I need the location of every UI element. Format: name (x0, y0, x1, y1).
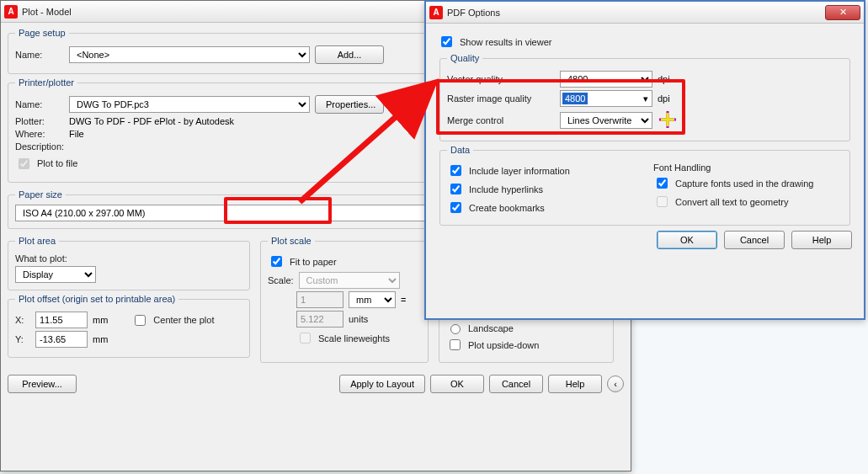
description-label: Description: (15, 141, 81, 152)
plot-cancel-button[interactable]: Cancel (489, 375, 543, 393)
offset-y-unit: mm (93, 334, 108, 344)
page-setup-legend: Page setup (15, 28, 69, 38)
expand-arrow-button[interactable]: ‹ (607, 375, 624, 392)
preview-button[interactable]: Preview... (8, 375, 77, 393)
papersize-legend: Paper size (15, 189, 66, 200)
plot-area-legend: Plot area (15, 236, 59, 246)
plot-to-file-checkbox (19, 158, 29, 169)
plot-scale-group: Plot scale Fit to paper Scale: Custom mm… (260, 236, 429, 363)
offset-x-label: X: (15, 315, 30, 325)
plot-to-file-label: Plot to file (37, 158, 77, 168)
units-label: units (349, 314, 368, 324)
pdf-help-button[interactable]: Help (791, 231, 852, 249)
quality-group: Quality Vector quality 4800 dpi Raster i… (439, 53, 850, 141)
printer-properties-button[interactable]: Properties... (315, 95, 384, 114)
equals-sign: = (401, 295, 406, 305)
app-icon: A (429, 6, 443, 19)
data-legend: Data (447, 145, 473, 155)
plot-help-button[interactable]: Help (548, 375, 602, 393)
chevron-down-icon: ▾ (640, 93, 652, 104)
data-group: Data Include layer information Include h… (439, 145, 850, 226)
create-bookmarks-label: Create bookmarks (469, 203, 545, 213)
offset-x-input[interactable] (35, 312, 88, 328)
landscape-radio[interactable] (450, 324, 461, 334)
raster-quality-value: 4800 (562, 93, 588, 104)
offset-x-unit: mm (93, 315, 108, 325)
show-results-checkbox[interactable] (441, 36, 452, 47)
offset-y-input[interactable] (35, 331, 88, 348)
merge-control-label: Merge control (447, 115, 555, 125)
scale-dropdown: Custom (299, 272, 400, 289)
pdf-options-dialog: A PDF Options ✕ Show results in viewer Q… (424, 0, 865, 320)
include-hyperlinks-label: Include hyperlinks (469, 184, 543, 194)
plot-scale-legend: Plot scale (268, 236, 315, 246)
scale-label: Scale: (268, 275, 294, 285)
plotter-value: DWG To PDF - PDF ePlot - by Autodesk (69, 116, 234, 126)
include-layer-label: Include layer information (469, 166, 570, 176)
what-to-plot-label: What to plot: (15, 253, 67, 264)
include-layer-checkbox[interactable] (450, 165, 461, 176)
convert-text-checkbox (657, 196, 668, 207)
where-label: Where: (15, 129, 64, 139)
capture-fonts-checkbox[interactable] (657, 178, 668, 189)
convert-text-label: Convert all text to geometry (675, 197, 789, 207)
plot-ok-button[interactable]: OK (430, 375, 484, 393)
include-hyperlinks-checkbox[interactable] (450, 184, 461, 194)
landscape-label: Landscape (468, 323, 514, 333)
pdf-titlebar[interactable]: A PDF Options ✕ (426, 2, 864, 24)
scale-num-input (296, 291, 343, 308)
app-icon: A (4, 5, 18, 19)
upside-down-label: Plot upside-down (468, 340, 539, 350)
scale-unit-dropdown[interactable]: mm (349, 291, 396, 308)
pdf-ok-button[interactable]: OK (657, 231, 717, 249)
pagesetup-name-dropdown[interactable]: <None> (69, 46, 310, 63)
vector-quality-dropdown[interactable]: 4800 (560, 71, 652, 88)
show-results-label: Show results in viewer (460, 37, 551, 47)
scale-lineweights-checkbox (300, 333, 311, 344)
raster-quality-dropdown[interactable]: 4800 ▾ (560, 90, 652, 107)
plotter-label: Plotter: (15, 116, 64, 126)
create-bookmarks-checkbox[interactable] (450, 202, 461, 213)
scale-lineweights-label: Scale lineweights (318, 333, 390, 344)
close-button[interactable]: ✕ (825, 5, 860, 20)
offset-y-label: Y: (15, 334, 30, 344)
center-plot-checkbox[interactable] (135, 315, 146, 326)
raster-quality-label: Raster image quality (447, 93, 555, 104)
fit-to-paper-label: Fit to paper (290, 257, 337, 267)
plot-button-bar: Preview... Apply to Layout OK Cancel Hel… (8, 375, 624, 393)
pdf-cancel-button[interactable]: Cancel (724, 231, 785, 249)
printer-name-dropdown[interactable]: DWG To PDF.pc3 (69, 96, 310, 113)
plot-area-group: Plot area What to plot: Display (8, 236, 250, 290)
where-value: File (69, 129, 84, 139)
scale-den-input (296, 311, 343, 328)
printer-name-label: Name: (15, 99, 64, 109)
plot-offset-group: Plot offset (origin set to printable are… (8, 294, 250, 358)
cursor-icon (658, 109, 678, 131)
vector-quality-label: Vector quality (447, 74, 555, 84)
apply-to-layout-button[interactable]: Apply to Layout (339, 375, 425, 393)
pagesetup-name-label: Name: (15, 50, 64, 60)
merge-control-dropdown[interactable]: Lines Overwrite (560, 112, 652, 129)
capture-fonts-label: Capture fonts used in the drawing (675, 178, 814, 189)
pdf-title: PDF Options (447, 8, 825, 18)
font-handling-label: Font Handling (653, 162, 711, 173)
quality-legend: Quality (447, 53, 482, 63)
pagesetup-add-button[interactable]: Add... (315, 45, 384, 64)
center-plot-label: Center the plot (153, 315, 214, 325)
upside-down-checkbox[interactable] (450, 339, 461, 350)
printer-legend: Printer/plotter (15, 77, 77, 88)
raster-quality-unit: dpi (658, 93, 670, 104)
vector-quality-unit: dpi (658, 74, 670, 84)
what-to-plot-dropdown[interactable]: Display (15, 266, 96, 283)
fit-to-paper-checkbox[interactable] (271, 256, 282, 267)
plot-offset-legend: Plot offset (origin set to printable are… (15, 294, 178, 304)
